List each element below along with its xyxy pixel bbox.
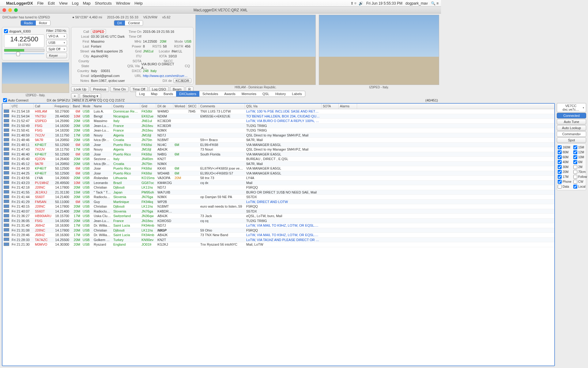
menu-window[interactable]: Window — [116, 1, 130, 6]
table-row[interactable]: Fri 21:28:46J68HZ18.1630017MUSBDr. Willi… — [2, 233, 441, 238]
tab-bands[interactable]: Bands — [160, 91, 176, 97]
frequency-display[interactable]: 14.22500 18.07950 — [4, 34, 44, 48]
table-row[interactable]: Fri 21:45:129A7R14.2085020MUSBIvica (Bra… — [2, 162, 441, 167]
radio-enable-checkbox[interactable] — [4, 29, 8, 33]
column-header[interactable]: QSL Via — [245, 104, 322, 109]
tab-awards[interactable]: Awards — [221, 91, 238, 97]
timeon-button[interactable]: Time On — [110, 86, 129, 92]
menubar-user[interactable]: dogpark_mav — [405, 1, 428, 6]
app-name[interactable]: MacLoggerDX — [6, 1, 33, 6]
table-row[interactable]: Fri 21:43:23PU1MHZ28.4950010MUSBLeonardo… — [2, 181, 441, 186]
column-header[interactable]: Frequency — [53, 104, 70, 109]
table-row[interactable]: Fri 21:36:27HB90IARU18.1570017MUSBUska C… — [2, 214, 441, 219]
menubar-clock[interactable]: Fri Jun 19 5:55:33 PM — [366, 1, 402, 6]
spotlight-icon[interactable]: 🔍 ≡ — [431, 1, 439, 6]
table-row[interactable]: Fri 21:41:29FM5AN50.110006MUSBGuyMartini… — [2, 200, 441, 205]
station-image-left[interactable] — [195, 15, 316, 85]
table-row[interactable]: Fri 21:41:44S560T14.2140020MUSBRadioclub… — [2, 195, 441, 200]
table-row[interactable]: Fri 21:48:597X2JV18.1175017MUSBNouryAlge… — [2, 133, 441, 138]
wifi-icon[interactable]: ⇪ ᯤ 🔊 — [351, 1, 363, 6]
seg-radio[interactable]: Radio — [21, 21, 36, 25]
table-row[interactable]: Fri 21:47:437X2JV18.1175017MUSBNouryAlge… — [2, 147, 441, 152]
url-link[interactable]: http://www.qrz.com/xml/current/… — [143, 74, 189, 78]
table-row[interactable]: Fri 21:40:15J28NC14.1780020MUSBChristian… — [2, 204, 441, 209]
image-label-left: HI8LAM - Dominican Republic. — [195, 85, 316, 89]
spots-table[interactable]: UTCCallFrequencyBandModeNameCountryGridD… — [2, 103, 441, 276]
table-row[interactable]: Fri 21:42:18J28NC14.1780020MUSBChristian… — [2, 185, 441, 190]
tab-memories[interactable]: Memories — [239, 91, 259, 97]
menu-shortcuts[interactable]: Shortcuts — [95, 1, 112, 6]
column-header[interactable]: Worked — [173, 104, 187, 109]
traffic-lights[interactable] — [2, 8, 18, 12]
column-header[interactable]: Country — [112, 104, 140, 109]
keyer-button[interactable]: Keyer — [46, 53, 67, 58]
lookup-button[interactable]: Look Up — [71, 86, 89, 92]
tab-schedules[interactable]: Schedules — [199, 91, 221, 97]
email-link[interactable]: iz0ped@gmail.com — [91, 74, 120, 78]
tab-dxclusters[interactable]: DXClusters — [176, 91, 199, 97]
menu-log[interactable]: Log — [72, 1, 79, 6]
table-row[interactable]: Fri 21:28:33TA7AZC14.2550020MUSBGolkem C… — [2, 238, 441, 243]
column-header[interactable]: Mode — [81, 104, 92, 109]
seg-rotor[interactable]: Rotor — [36, 21, 50, 25]
radio-rotor-segment[interactable]: Radio Rotor — [21, 20, 51, 26]
tab-labels[interactable]: Labels — [289, 91, 305, 97]
tab-history[interactable]: History — [272, 91, 289, 97]
column-header[interactable]: Comments — [199, 104, 245, 109]
column-header[interactable]: Band — [70, 104, 81, 109]
table-header[interactable]: UTCCallFrequencyBandModeNameCountryGridD… — [2, 104, 441, 109]
table-row[interactable]: Fri 21:48:11KP4EIT50.125006MUSBJosePuert… — [2, 143, 441, 148]
menu-edit[interactable]: Edit — [48, 1, 55, 6]
previous-button[interactable]: Previous — [90, 86, 109, 92]
table-row[interactable]: Fri 21:50:49F5IG14.1820020MUSBJean-Luc…F… — [2, 124, 441, 128]
my-callsign: VE3VRW — [143, 15, 157, 19]
tune-slider[interactable] — [4, 53, 44, 54]
split-select[interactable]: Split Off — [46, 46, 67, 52]
table-row[interactable]: Fri 21:52:47IZ0PED14.2599020MUSBMassimoI… — [2, 119, 441, 124]
dx-spot-line: DX de SP9FZU: 24892.8 ZL4PW CQ CQ CQ 215… — [47, 98, 125, 102]
table-row[interactable]: Fri 21:41:55JE1RXJ21.3113015MUSB" Tack "… — [2, 190, 441, 195]
column-header[interactable]: SOTA — [322, 104, 339, 109]
column-header[interactable]: Grid — [140, 104, 156, 109]
seg-contest[interactable]: Contest — [125, 21, 143, 25]
table-row[interactable]: Fri 21:43:56LY4A14.2060020MUSBRolandasLi… — [2, 176, 441, 181]
tab-log[interactable]: Log — [136, 91, 148, 97]
table-row[interactable]: Fri 21:21:30M0MVO14.3030020MUSBRyszardEn… — [2, 242, 441, 247]
menu-map[interactable]: Map — [83, 1, 90, 6]
vfo-select[interactable]: VFO A — [46, 33, 67, 39]
menu-help[interactable]: Help — [134, 1, 143, 6]
table-row[interactable]: Fri 21:36:05F5IG14.1820020MUSBJean-Luc…F… — [2, 219, 441, 224]
table-row[interactable]: Fri 21:44:33KP4EIT50.125006MUSBJosePuert… — [2, 166, 441, 171]
seg-dx[interactable]: DX — [114, 21, 125, 25]
mode-select[interactable]: USB — [46, 40, 67, 45]
table-row[interactable]: Fri 21:48:469A7R14.2085020MUSBIvica (Bra… — [2, 138, 441, 143]
column-header[interactable]: SKCC — [187, 104, 199, 109]
radio-label: dogpark_6300 — [9, 29, 31, 33]
table-row[interactable]: Fri 21:54:18HI8LAM50.276006MUSBLuis A.Do… — [2, 109, 441, 114]
table-row[interactable]: Fri 21:54:04YN7SU28.4450010MUSBBengtNica… — [2, 114, 441, 119]
callsign-thumbnail[interactable] — [2, 62, 69, 93]
table-row[interactable]: Fri 21:31:40J68HZ18.1630017MUSBDr. Willi… — [2, 223, 441, 228]
menu-file[interactable]: File — [37, 1, 43, 6]
column-header[interactable]: DX de — [156, 104, 173, 109]
table-row[interactable]: Fri 21:40:07S560T14.2140020MUSBRadioclub… — [2, 209, 441, 214]
menu-view[interactable]: View — [59, 1, 68, 6]
table-row[interactable]: Fri 21:31:08J28NC14.1780020MUSBChristian… — [2, 228, 441, 233]
dx-contest-segment[interactable]: DX Contest — [114, 20, 143, 26]
thumbnail-label: IZ0PED - Italy. — [2, 94, 69, 97]
table-row[interactable]: Fri 21:46:40KP4EIT50.125006MUSBJosePuert… — [2, 152, 441, 157]
tab-map[interactable]: Map — [148, 91, 160, 97]
tab-qsl[interactable]: QSL — [259, 91, 272, 97]
call-input[interactable]: IZ0PED — [91, 29, 106, 34]
column-header[interactable]: UTC — [10, 104, 34, 109]
table-row[interactable]: Fri 21:44:25KP4EIT50.125006MUSBJosePuert… — [2, 171, 441, 176]
table-row[interactable]: Fri 21:45:40IQ2DN14.2640020MUSBSezione A… — [2, 157, 441, 162]
table-row[interactable]: Fri 21:50:41F5IG14.1820020MUSBJean-Luc…F… — [2, 128, 441, 133]
dxde-field[interactable]: KC3EDR — [173, 78, 191, 83]
column-header[interactable]: Name — [92, 104, 112, 109]
column-header[interactable]: Call — [34, 104, 53, 109]
column-header[interactable]: Alarms — [339, 104, 357, 109]
station-image-right[interactable] — [319, 15, 439, 85]
column-header[interactable] — [2, 104, 10, 109]
auto-connect-checkbox[interactable] — [3, 98, 7, 102]
